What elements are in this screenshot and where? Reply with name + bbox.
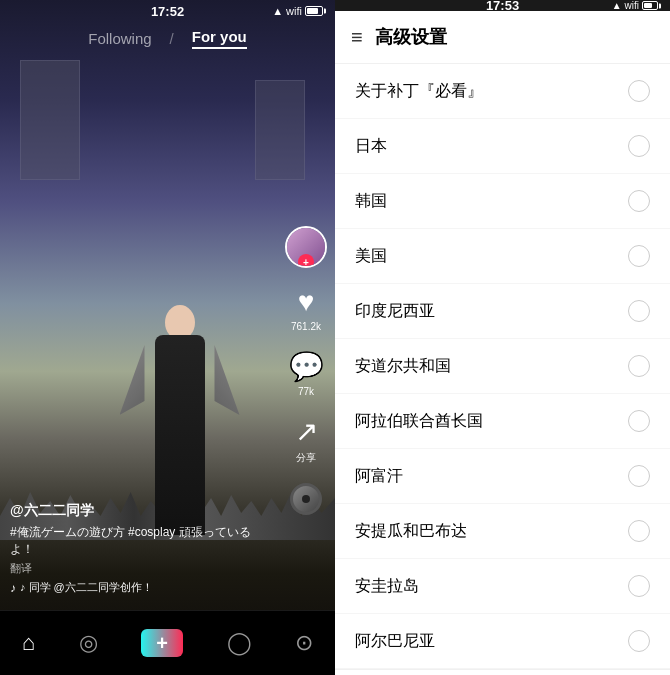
like-count: 761.2k [291, 321, 321, 332]
music-disc [290, 483, 322, 515]
follow-button[interactable]: + [298, 254, 314, 268]
settings-item[interactable]: 阿尔巴尼亚 [335, 614, 670, 669]
video-author[interactable]: @六二二同学 [10, 502, 270, 520]
left-status-bar: 17:52 ▲ wifi [0, 0, 335, 22]
profile-icon: ⊙ [295, 630, 313, 656]
settings-item[interactable]: 安提瓜和巴布达 [335, 504, 670, 559]
radio-button[interactable] [628, 135, 650, 157]
radio-button[interactable] [628, 575, 650, 597]
nav-divider: / [170, 30, 174, 47]
radio-button[interactable] [628, 520, 650, 542]
right-status-icons: ▲ wifi [612, 0, 658, 11]
nav-home[interactable]: ⌂ [22, 630, 35, 656]
home-icon: ⌂ [22, 630, 35, 656]
like-action[interactable]: ♥ 761.2k [291, 286, 321, 332]
settings-item-label: 阿尔巴尼亚 [355, 631, 435, 652]
radio-button[interactable] [628, 630, 650, 652]
settings-item-label: 阿拉伯联合酋长国 [355, 411, 483, 432]
right-panel: 17:53 ▲ wifi ≡ 高级设置 关于补丁『必看』日本韩国美国印度尼西亚安… [335, 0, 670, 675]
nav-discover[interactable]: ◎ [79, 630, 98, 656]
add-button[interactable]: + [141, 629, 183, 657]
radio-button[interactable] [628, 355, 650, 377]
for-you-tab[interactable]: For you [192, 28, 247, 49]
video-music: ♪ ♪ 同学 @六二二同学创作！ [10, 580, 270, 595]
settings-item-label: 安道尔共和国 [355, 356, 451, 377]
radio-button[interactable] [628, 245, 650, 267]
share-label: 分享 [296, 451, 316, 465]
right-status-bar: 17:53 ▲ wifi [335, 0, 670, 11]
music-info: ♪ 同学 @六二二同学创作！ [20, 580, 153, 595]
settings-item[interactable]: 阿富汗 [335, 449, 670, 504]
left-status-icons: ▲ wifi [272, 5, 323, 17]
settings-item[interactable]: 安圭拉岛 [335, 559, 670, 614]
radio-button[interactable] [628, 190, 650, 212]
settings-item-label: 阿富汗 [355, 466, 403, 487]
video-area: Following / For you + ♥ 761.2k 💬 77k ↗ 分… [0, 0, 335, 675]
radio-button[interactable] [628, 80, 650, 102]
settings-dialog: ≡ 高级设置 关于补丁『必看』日本韩国美国印度尼西亚安道尔共和国阿拉伯联合酋长国… [335, 11, 670, 675]
translate-button[interactable]: 翻译 [10, 561, 270, 576]
following-tab[interactable]: Following [88, 30, 151, 47]
inbox-icon: ◯ [227, 630, 252, 656]
settings-list: 关于补丁『必看』日本韩国美国印度尼西亚安道尔共和国阿拉伯联合酋长国阿富汗安提瓜和… [335, 64, 670, 669]
settings-item-label: 韩国 [355, 191, 387, 212]
settings-item-label: 安提瓜和巴布达 [355, 521, 467, 542]
radio-button[interactable] [628, 410, 650, 432]
settings-item[interactable]: 印度尼西亚 [335, 284, 670, 339]
bottom-nav: ⌂ ◎ + ◯ ⊙ [0, 610, 335, 675]
right-wifi-icon: wifi [625, 0, 639, 11]
left-status-time: 17:52 [151, 4, 184, 19]
right-battery-icon [642, 1, 658, 10]
settings-item[interactable]: 日本 [335, 119, 670, 174]
video-description: #俺流ゲームの遊び方 #cosplay 頑張っているよ！ [10, 524, 270, 558]
music-note-icon: ♪ [10, 581, 16, 595]
battery-icon [305, 6, 323, 16]
menu-icon[interactable]: ≡ [351, 26, 363, 49]
creator-avatar[interactable]: + [285, 226, 327, 268]
video-info: @六二二同学 #俺流ゲームの遊び方 #cosplay 頑張っているよ！ 翻译 ♪… [10, 502, 270, 595]
right-status-time: 17:53 [486, 0, 519, 13]
settings-item-label: 美国 [355, 246, 387, 267]
settings-title: 高级设置 [375, 25, 447, 49]
radio-button[interactable] [628, 300, 650, 322]
radio-button[interactable] [628, 465, 650, 487]
settings-header: ≡ 高级设置 [335, 11, 670, 64]
nav-profile[interactable]: ⊙ [295, 630, 313, 656]
left-panel: 17:52 ▲ wifi [0, 0, 335, 675]
settings-item[interactable]: 关于补丁『必看』 [335, 64, 670, 119]
plus-icon: + [156, 632, 168, 655]
share-icon: ↗ [295, 415, 318, 448]
comment-action[interactable]: 💬 77k [289, 350, 324, 397]
share-action[interactable]: ↗ 分享 [295, 415, 318, 465]
right-signal-icon: ▲ [612, 0, 622, 11]
cancel-bar: 取消 [335, 669, 670, 675]
signal-icon: ▲ [272, 5, 283, 17]
settings-item[interactable]: 阿拉伯联合酋长国 [335, 394, 670, 449]
discover-icon: ◎ [79, 630, 98, 656]
settings-item-label: 安圭拉岛 [355, 576, 419, 597]
comment-count: 77k [298, 386, 314, 397]
comment-icon: 💬 [289, 350, 324, 383]
wifi-icon: wifi [286, 5, 302, 17]
settings-item[interactable]: 安道尔共和国 [335, 339, 670, 394]
settings-item[interactable]: 韩国 [335, 174, 670, 229]
nav-inbox[interactable]: ◯ [227, 630, 252, 656]
cosplay-figure [120, 275, 240, 535]
settings-item-label: 关于补丁『必看』 [355, 81, 483, 102]
settings-item-label: 印度尼西亚 [355, 301, 435, 322]
settings-item[interactable]: 美国 [335, 229, 670, 284]
action-buttons: + ♥ 761.2k 💬 77k ↗ 分享 [285, 226, 327, 515]
settings-item-label: 日本 [355, 136, 387, 157]
heart-icon: ♥ [298, 286, 315, 318]
